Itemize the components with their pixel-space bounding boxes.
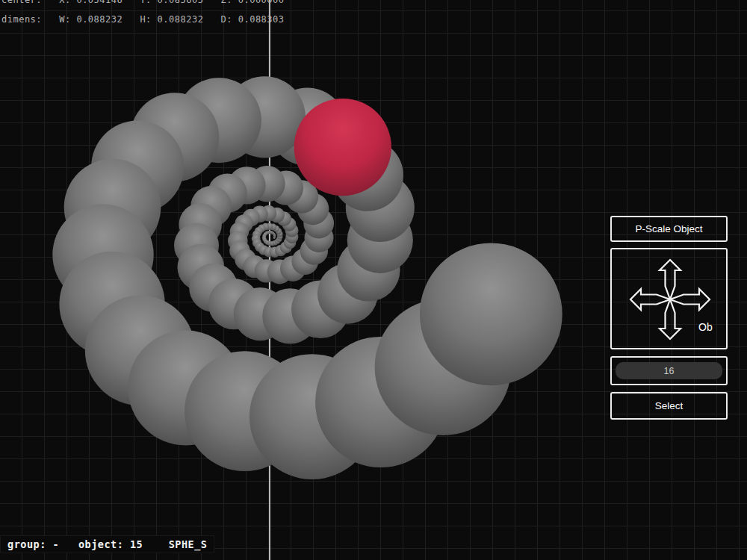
selected-sphere[interactable] (294, 99, 391, 196)
select-button[interactable]: Select (610, 392, 728, 420)
dimensions-readout: dimens: W: 0.088232 H: 0.088232 D: 0.088… (1, 14, 285, 25)
pscale-object-button[interactable]: P-Scale Object (610, 216, 728, 242)
tool-panel: P-Scale Object Ob 16 Select (610, 216, 728, 420)
viewport: center: X: 0.054146 Y: 0.085605 Z: 0.000… (0, 0, 747, 560)
status-text: group: - object: 15 SPHE_S (7, 538, 207, 550)
move-control[interactable]: Ob (610, 248, 728, 349)
axis-mode-label: Ob (698, 321, 713, 333)
value-field-container: 16 (610, 356, 728, 385)
sphere[interactable] (420, 243, 562, 385)
scale-value-input[interactable]: 16 (616, 362, 722, 379)
status-bar: group: - object: 15 SPHE_S (0, 535, 214, 553)
center-readout: center: X: 0.054146 Y: 0.085605 Z: 0.000… (1, 0, 285, 5)
